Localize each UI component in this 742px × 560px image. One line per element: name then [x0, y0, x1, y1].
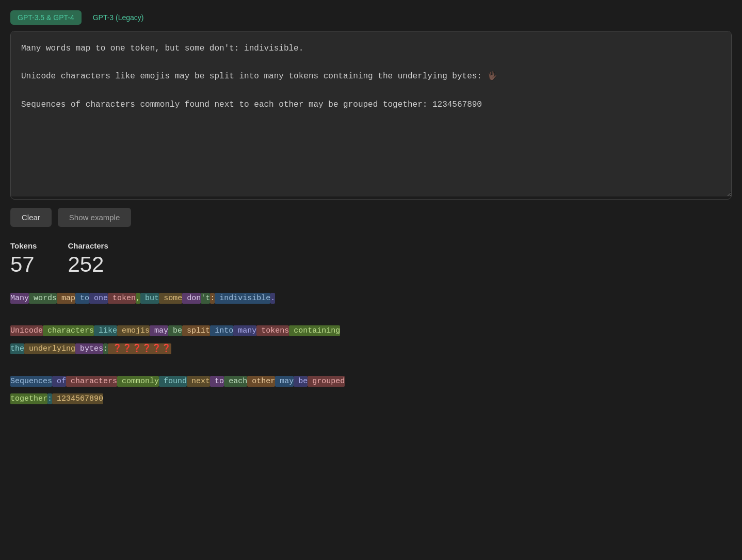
token-span: one	[89, 293, 108, 304]
token-span: containing	[289, 325, 340, 336]
token-span: to	[210, 376, 224, 387]
token-span: the	[10, 343, 24, 354]
token-span: to	[75, 293, 89, 304]
token-span: split	[182, 325, 210, 336]
token-span: of	[52, 376, 66, 387]
token-span: but	[140, 293, 159, 304]
token-span: Unicode	[10, 325, 43, 336]
characters-stat: Characters 252	[68, 241, 108, 277]
token-span: emojis	[117, 325, 150, 336]
token-line-1: Many words map to one token, but some do…	[10, 291, 732, 306]
token-span: 't	[201, 293, 210, 304]
show-example-button[interactable]: Show example	[58, 208, 131, 227]
tokens-label: Tokens	[10, 241, 37, 250]
token-span: token	[108, 293, 136, 304]
clear-button[interactable]: Clear	[10, 208, 52, 227]
tokens-stat: Tokens 57	[10, 241, 37, 277]
token-span: some	[159, 293, 182, 304]
token-span: words	[29, 293, 57, 304]
token-span: tokens	[256, 325, 289, 336]
token-span: indivisible	[215, 293, 270, 304]
token-span: bytes	[75, 343, 103, 354]
token-line-2b: the underlying bytes: ❓❓❓❓❓❓	[10, 342, 732, 357]
token-span: .	[270, 293, 275, 304]
token-span: commonly	[117, 376, 159, 387]
token-span: 1234567890	[52, 393, 103, 404]
token-span: found	[159, 376, 187, 387]
token-span: :	[47, 393, 52, 404]
token-span: into	[210, 325, 233, 336]
token-line-3: Sequences of characters commonly found n…	[10, 374, 732, 389]
tab-gpt35-gpt4[interactable]: GPT-3.5 & GPT-4	[10, 10, 82, 25]
token-span: don	[182, 293, 201, 304]
token-span: other	[247, 376, 275, 387]
characters-label: Characters	[68, 241, 108, 250]
token-span: be	[294, 376, 308, 387]
token-span: many	[233, 325, 256, 336]
token-span: like	[94, 325, 117, 336]
characters-value: 252	[68, 252, 108, 277]
token-span: together	[10, 393, 47, 404]
token-span: underlying	[24, 343, 75, 354]
tokens-value: 57	[10, 252, 37, 277]
token-span: each	[224, 376, 247, 387]
token-span: :	[210, 293, 215, 304]
token-span: be	[168, 325, 182, 336]
token-line-3b: together: 1234567890	[10, 392, 732, 407]
token-span: may	[275, 376, 294, 387]
stats-row: Tokens 57 Characters 252	[10, 241, 732, 277]
tab-gpt3-legacy[interactable]: GPT-3 (Legacy)	[86, 10, 151, 25]
token-span: characters	[66, 376, 117, 387]
input-container	[10, 31, 732, 200]
token-span: Many	[10, 293, 29, 304]
token-input[interactable]	[11, 31, 731, 196]
action-buttons: Clear Show example	[10, 208, 732, 227]
token-span: grouped	[308, 376, 345, 387]
token-span: characters	[43, 325, 94, 336]
token-span: ,	[136, 293, 140, 304]
token-span: map	[57, 293, 75, 304]
tab-bar: GPT-3.5 & GPT-4 GPT-3 (Legacy)	[10, 10, 732, 25]
token-span: :	[103, 343, 108, 354]
token-visualization: Many words map to one token, but some do…	[10, 291, 732, 407]
token-line-2: Unicode characters like emojis may be sp…	[10, 324, 732, 339]
token-span: ❓❓❓❓❓❓	[108, 343, 171, 354]
token-span: Sequences	[10, 376, 52, 387]
token-span: may	[150, 325, 168, 336]
token-span: next	[187, 376, 210, 387]
